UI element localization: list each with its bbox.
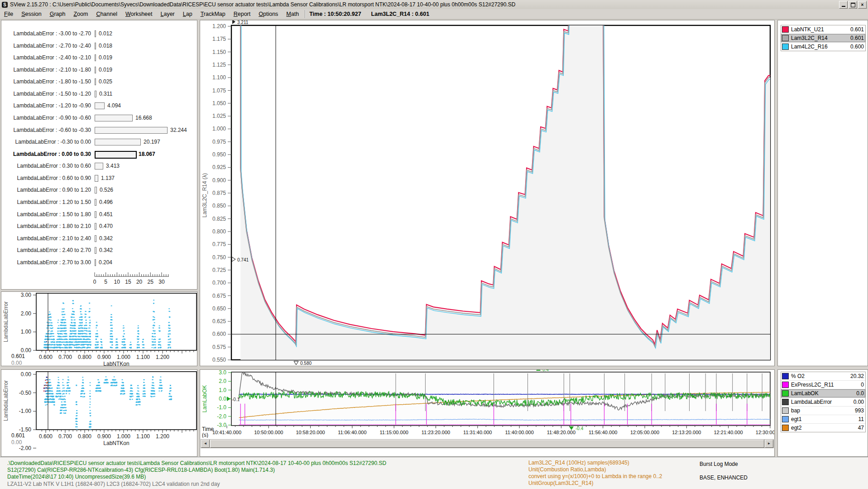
histogram-row[interactable]: LambdaLabError : 1.20 to 1.500.496 — [1, 196, 196, 208]
main-chart-panel[interactable]: Lam3L2C_R14 (λ)1.2001.1751.1501.1251.100… — [200, 20, 775, 366]
histogram-row[interactable]: LambdaLabError : 2.10 to 2.400.342 — [1, 232, 196, 244]
histogram-row[interactable]: LambdaLabError : -1.80 to -1.500.025 — [1, 76, 196, 87]
left-marker-value: 0.741 — [237, 257, 249, 262]
main-ytick: 0.625 — [212, 318, 226, 324]
menu-channel[interactable]: Channel — [92, 10, 121, 19]
bottom-channel-row-bap[interactable]: bap993 — [781, 407, 865, 415]
time-scrollbar[interactable]: ◄ ► — [201, 439, 774, 448]
scatter-top-xtick: 0.600 — [39, 354, 53, 360]
title-bar[interactable]: S SView 2.15.270 : C:\Users\Public\Docum… — [0, 0, 868, 10]
histogram-row[interactable]: LambdaLabError : 0.00 to 0.3018.067 — [1, 148, 196, 160]
menu-session[interactable]: Session — [17, 10, 45, 19]
histogram-row[interactable]: LambdaLabError : 0.30 to 0.603.413 — [1, 160, 196, 172]
bottom-channel-row-lamlabok[interactable]: LamLabOK0.0 — [781, 389, 865, 398]
histogram-row-value: 0.019 — [99, 67, 112, 73]
main-channel-row-lam4l2c-r16[interactable]: Lam4L2C_R160.600 — [781, 43, 865, 51]
histogram-row[interactable]: LambdaLabError : -2.10 to -1.800.019 — [1, 64, 196, 76]
maximize-button[interactable] — [849, 1, 857, 9]
histogram-panel[interactable]: LambdaLabError : -3.00 to -2.700.012Lamb… — [1, 20, 197, 290]
histogram-row[interactable]: LambdaLabError : -2.40 to -2.100.019 — [1, 52, 196, 63]
histogram-row[interactable]: LambdaLabError : 2.70 to 3.000.204 — [1, 257, 196, 268]
main-channel-row-labntk-u21[interactable]: LabNTK_U210.601 — [781, 25, 865, 34]
histogram-row[interactable]: LambdaLabError : -3.00 to -2.700.012 — [1, 28, 196, 39]
menu-report[interactable]: Report — [230, 10, 255, 19]
histogram-row[interactable]: LambdaLabError : 1.50 to 1.800.451 — [1, 208, 196, 220]
scatter-bottom-panel[interactable]: LambdaLabError0.00-0.50-1.00-1.50-2.00-2… — [1, 369, 197, 457]
channel-info-unit: Unit(Combustion Ratio,Lambda) — [528, 466, 606, 473]
channel-value: 0.600 — [850, 44, 864, 50]
histogram-row-value: 4.094 — [107, 102, 121, 109]
scatter-bottom-xtick: 1.200 — [156, 433, 169, 440]
menu-graph[interactable]: Graph — [46, 10, 70, 19]
histogram-row[interactable]: LambdaLabError : 0.60 to 0.901.137 — [1, 172, 196, 184]
histogram-row[interactable]: LambdaLabError : -1.50 to -1.200.311 — [1, 88, 196, 100]
histogram-bar — [95, 54, 96, 61]
histogram-row[interactable]: LambdaLabError : -0.30 to 0.0020.197 — [1, 136, 196, 148]
histogram-row[interactable]: LambdaLabError : 2.40 to 2.700.342 — [1, 244, 196, 256]
bottom-chart-svg[interactable]: LamLabOK3.02.01.00.0-1.0-2.0-3.0-0.10.4-… — [200, 370, 774, 438]
histogram-row[interactable]: LambdaLabError : -1.20 to -0.904.094 — [1, 100, 196, 111]
scatter-top-xtick: 0.900 — [97, 354, 111, 360]
channel-value: 20.32 — [850, 373, 864, 379]
bottom-channel-row-egt1[interactable]: egt111 — [781, 415, 865, 424]
main-ytick: 1.150 — [212, 49, 226, 55]
histogram-row-label: LambdaLabError : -0.60 to -0.30 — [14, 127, 91, 133]
bottom-channel-row--o2[interactable]: % O220.32 — [781, 372, 865, 381]
histogram-row[interactable]: LambdaLabError : 0.90 to 1.200.526 — [1, 184, 196, 196]
histogram-bar — [95, 235, 96, 242]
menu-options[interactable]: Options — [254, 10, 282, 19]
scroll-left-button[interactable]: ◄ — [201, 440, 210, 448]
bottom-channel-row-egt2[interactable]: egt247 — [781, 424, 865, 432]
bottom-channel-row-lambdalaberror[interactable]: LambdaLabError0.00 — [781, 398, 865, 407]
histogram-row-value: 0.496 — [99, 199, 113, 205]
histogram-bar — [95, 30, 96, 37]
scatter-bottom-ytick: 0.00 — [21, 371, 32, 378]
cursor-status: Time : 10:50:20.927Lam3L2C_R14 : 0.601 — [309, 11, 439, 17]
main-chart-svg[interactable]: Lam3L2C_R14 (λ)1.2001.1751.1501.1251.100… — [200, 20, 774, 366]
menu-worksheet[interactable]: Worksheet — [121, 10, 157, 19]
main-ytick: 0.600 — [212, 331, 226, 337]
channel-color-swatch — [782, 416, 789, 422]
histogram-axis-label: 25 — [148, 279, 154, 285]
channel-info-unitgroup: UnitGroup(Lam3L2C_R14) — [528, 480, 593, 486]
scatter-top-panel[interactable]: LambdaLabError3.002.001.000.000.6000.700… — [1, 291, 197, 366]
main-channel-row-lam3l2c-r14[interactable]: Lam3L2C_R140.601 — [781, 34, 865, 43]
minimize-button[interactable] — [839, 1, 848, 9]
histogram-row[interactable]: LambdaLabError : -0.60 to -0.3032.244 — [1, 124, 196, 136]
main-ytick: 0.825 — [212, 216, 226, 222]
menu-trackmap[interactable]: TrackMap — [197, 10, 230, 19]
histogram-axis-label: 15 — [125, 279, 131, 285]
histogram-row[interactable]: LambdaLabError : -2.70 to -2.400.018 — [1, 40, 196, 52]
channel-value: 0.601 — [850, 35, 864, 41]
menu-layer[interactable]: Layer — [156, 10, 178, 19]
bottom-channel-row-expressl2c-r11[interactable]: ExPressL2C_R110 — [781, 381, 865, 389]
menu-zoom[interactable]: Zoom — [69, 10, 92, 19]
main-channel-list: LabNTK_U210.601Lam3L2C_R140.601Lam4L2C_R… — [781, 25, 866, 51]
scatter-bottom-xtick: 1.100 — [136, 433, 150, 440]
histogram-row[interactable]: LambdaLabError : 1.80 to 2.100.470 — [1, 220, 196, 232]
channel-color-swatch — [782, 407, 789, 414]
histogram-row-label: LambdaLabError : -1.20 to -0.90 — [14, 102, 91, 109]
scatter-top-xtick: 1.100 — [136, 354, 150, 360]
histogram-row-value: 3.413 — [106, 163, 120, 169]
scroll-thumb[interactable] — [210, 440, 764, 448]
main-ytick: 1.100 — [212, 74, 226, 81]
histogram-bar — [95, 151, 137, 159]
histogram-row-value: 1.137 — [101, 175, 115, 181]
maximize-icon — [851, 3, 855, 7]
max-marker-icon — [536, 370, 541, 371]
histogram-row-value: 0.204 — [99, 259, 112, 266]
menu-math[interactable]: Math — [282, 10, 303, 19]
close-button[interactable]: × — [858, 1, 867, 9]
channel-value: 47 — [858, 425, 864, 431]
status-datetime: DateTime(2024\8\17 10:40) UncompressedSi… — [7, 474, 146, 480]
scroll-right-button[interactable]: ► — [765, 440, 773, 448]
scatter-top-ytick: 2.00 — [21, 310, 32, 317]
menu-file[interactable]: File — [0, 10, 17, 19]
menu-lap[interactable]: Lap — [179, 10, 197, 19]
scatter-bottom-ytick: -2.00 — [19, 445, 32, 451]
minimize-icon — [842, 3, 845, 7]
histogram-row-label: LambdaLabError : -0.30 to 0.00 — [15, 139, 91, 145]
scatter-bottom-ylabel: LambdaLabError — [3, 380, 9, 421]
histogram-row[interactable]: LambdaLabError : -0.90 to -0.6016.668 — [1, 112, 196, 124]
